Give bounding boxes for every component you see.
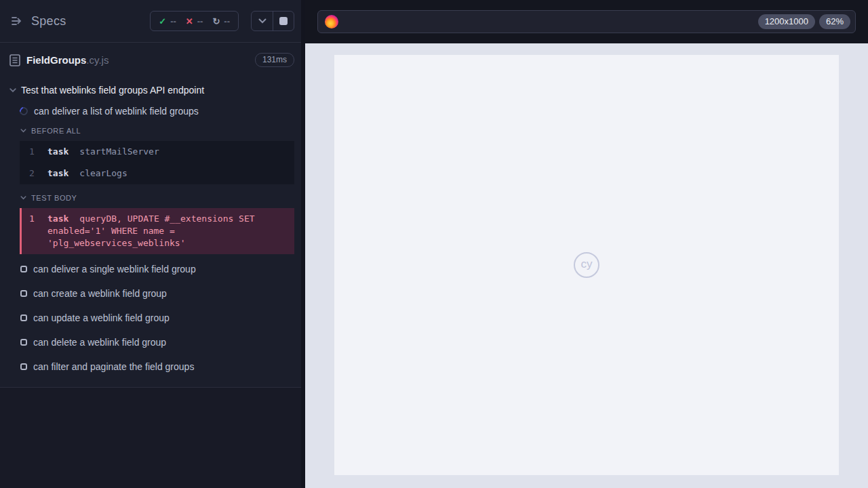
pending-square-icon [20,266,27,272]
before-all-command-log: 1 taskstartMailServer 2 taskclearLogs [20,141,294,184]
passed-count: -- [170,16,176,26]
running-spinner-icon [18,106,30,117]
pending-square-icon [20,314,27,321]
zoom-level-badge: 62% [819,14,850,29]
aut-iframe[interactable]: cy [334,55,839,475]
pending-test-row[interactable]: can create a weblink field group [0,283,305,304]
specs-header: Specs ✓ -- ✕ -- ↻ -- [0,0,305,43]
failed-x-icon: ✕ [186,16,193,26]
reporter-sidebar: Specs ✓ -- ✕ -- ↻ -- [0,0,305,488]
before-all-label: BEFORE ALL [31,127,81,135]
pending-test-row[interactable]: can filter and paginate the field groups [0,356,305,378]
suite-row[interactable]: Test that weblinks field groups API endp… [0,79,305,101]
test-body-hook-row[interactable]: TEST BODY [0,188,305,206]
command-row[interactable]: 2 taskclearLogs [20,163,294,184]
pending-test-row[interactable]: can update a weblink field group [0,307,305,329]
cypress-watermark-logo: cy [574,252,599,278]
pending-square-icon [20,290,27,297]
runner-controls [251,11,294,31]
aut-panel: 1200x1000 62% cy [305,0,868,488]
firefox-icon [325,15,338,28]
stat-failed: ✕ -- [186,16,203,26]
failed-count: -- [197,16,203,26]
passed-check-icon: ✓ [159,16,166,26]
address-bar[interactable]: 1200x1000 62% [317,10,856,33]
spec-file-icon [9,54,20,66]
stop-run-button[interactable] [273,12,294,30]
command-method: task [47,168,68,178]
chevron-down-icon [20,196,26,200]
stop-icon [279,17,288,25]
command-method: task [47,146,68,157]
spec-file-header[interactable]: FieldGroups.cy.js 131ms [0,43,305,75]
command-message: queryDB, UPDATE #__extensions SET enable… [47,214,255,248]
specs-title: Specs [31,14,143,28]
chevron-down-icon [20,129,26,133]
command-row[interactable]: 1 taskstartMailServer [20,141,294,163]
expand-specs-list-icon[interactable] [11,16,24,26]
pending-square-icon [20,363,27,370]
test-tree: Test that weblinks field groups API endp… [0,75,305,378]
failed-command-row[interactable]: 1 taskqueryDB, UPDATE #__extensions SET … [22,208,294,254]
collapse-all-button[interactable] [252,12,273,30]
chevron-down-icon [9,88,16,93]
command-method: task [47,214,68,224]
suite-title: Test that weblinks field groups API endp… [21,85,204,96]
spec-duration-badge: 131ms [255,53,294,67]
test-body-command-log: 1 taskqueryDB, UPDATE #__extensions SET … [20,208,294,254]
test-stats: ✓ -- ✕ -- ↻ -- [150,11,239,31]
running-test-row[interactable]: can deliver a list of weblink field grou… [0,101,305,121]
viewport-size-badge: 1200x1000 [758,14,815,29]
pending-count: -- [224,16,230,26]
running-test-label: can deliver a list of weblink field grou… [34,106,199,117]
stat-passed: ✓ -- [159,16,176,26]
test-body-label: TEST BODY [31,194,77,202]
aut-viewport-area: cy [305,43,868,488]
reporter-content: Specs ✓ -- ✕ -- ↻ -- [0,0,305,388]
stat-pending: ↻ -- [212,16,230,26]
command-message: clearLogs [79,168,127,178]
command-message: startMailServer [79,146,159,157]
pending-square-icon [20,339,27,346]
aut-topbar: 1200x1000 62% [305,0,868,43]
pending-test-row[interactable]: can delete a weblink field group [0,331,305,353]
spec-file-name: FieldGroups.cy.js [26,54,249,66]
pending-test-row[interactable]: can deliver a single weblink field group [0,258,305,280]
before-all-hook-row[interactable]: BEFORE ALL [0,121,305,139]
pending-loop-icon: ↻ [212,16,220,26]
